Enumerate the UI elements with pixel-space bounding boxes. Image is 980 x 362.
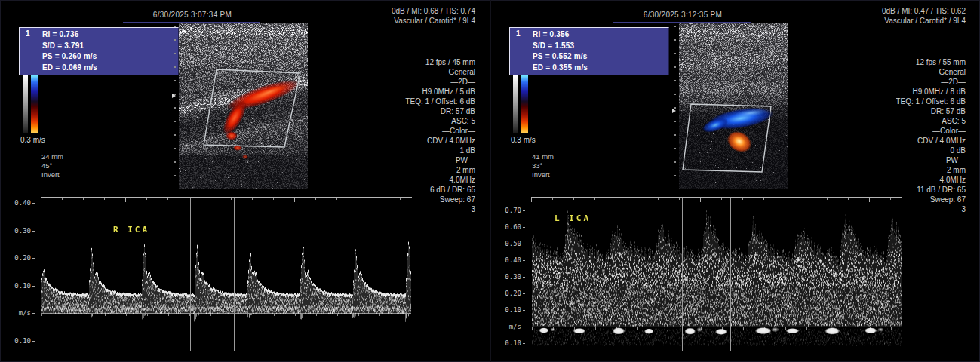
spectral-doppler-trace [41,198,411,354]
measurement-value: S/D = 3.791 [42,41,97,52]
velocity-tick-label: 0.10 [501,305,525,314]
measurement-value: S/D = 1.553 [533,41,588,52]
setting-line: 12 fps / 55 mm [896,57,966,67]
grayscale-bar [23,75,28,133]
measurement-cursor-1[interactable] [682,198,683,351]
probe-geometry-info: 41 mm33°Invert [532,152,554,179]
color-scale-label: 0.3 m/s [511,136,536,144]
grayscale-bar [513,75,518,133]
measurement-result-box: 1 RI = 0.356S/D = 1.553PS = 0.552 m/sED … [509,27,669,75]
measurement-value: ED = 0.355 m/s [533,63,588,74]
imaging-settings-list: 12 fps / 45 mmGeneral—2D—H9.0MHz / 5 dBT… [405,57,475,214]
panel-left-carotid: 6/30/2025 3:12:35 PM 0dB / MI: 0.47 / TI… [490,0,980,362]
setting-line: 2 mm [405,165,475,175]
color-doppler-bar [31,75,38,133]
velocity-tick-label: 0.50 [501,239,525,248]
probe-info-line: 33° [532,161,554,170]
acoustic-line-1: 0dB / MI: 0.47 / TIS: 0.62 [882,6,966,16]
measurement-value: PS = 0.552 m/s [533,51,588,63]
velocity-tick-label: m/s [11,308,35,318]
velocity-tick-label: 0.20 [501,289,525,298]
setting-line: General [405,67,475,77]
measurement-lines: RI = 0.356S/D = 1.553PS = 0.552 m/sED = … [533,29,588,73]
bmode-image-area [179,23,308,189]
setting-line: CDV / 4.0MHz [405,136,475,146]
setting-line: TEQ: 1 / Offset: 6 dB [405,97,475,106]
probe-info-line: 45° [41,161,63,170]
bmode-image-area [679,23,788,189]
velocity-tick-label: 0.20 [11,253,35,262]
setting-line: 6 dB / DR: 65 [405,185,475,195]
setting-line: —PW— [896,155,966,165]
bmode-color-doppler-image [679,23,788,189]
setting-line: H9.0MHz / 8 dB [896,87,966,97]
velocity-tick-label: 0.10 [11,281,35,290]
setting-line: ASC: 5 [896,116,966,126]
measurement-index: 1 [26,29,30,38]
velocity-tick-label: 0.10 [501,339,525,348]
color-scale-label: 0.3 m/s [20,136,45,144]
acoustic-output-info: 0dB / MI: 0.68 / TIS: 0.74 Vascular / Ca… [392,6,475,26]
setting-line: Sweep: 67 [405,195,475,204]
measurement-lines: RI = 0.736S/D = 3.791PS = 0.260 m/sED = … [42,29,97,73]
probe-info-line: 24 mm [41,152,63,161]
setting-line: 0 dB [896,146,966,155]
setting-line: 4.0MHz [405,175,475,185]
depth-scale-marks [174,26,176,187]
velocity-tick-label: 0.60 [501,222,525,232]
acoustic-line-1: 0dB / MI: 0.68 / TIS: 0.74 [392,6,475,16]
velocity-tick-label: 0.10 [11,336,35,345]
vessel-label: R ICA [113,225,149,235]
setting-line: Sweep: 67 [896,195,966,204]
velocity-tick-label: 0.70 [501,206,525,215]
setting-line: DR: 57 dB [405,106,475,116]
setting-line: ASC: 5 [405,116,475,126]
velocity-tick-label: 0.30 [11,226,35,235]
focus-marker-icon [672,109,676,113]
datetime: 6/30/2025 3:12:35 PM [611,11,754,19]
setting-line: —PW— [405,155,475,165]
color-doppler-bar [521,75,528,133]
depth-scale-marks [674,26,676,187]
probe-info-line: 41 mm [532,152,554,161]
setting-line: H9.0MHz / 5 dB [405,87,475,97]
setting-line: —Color— [405,126,475,136]
setting-line: 3 [405,204,475,214]
setting-line: 1 dB [405,146,475,155]
measurement-cursor-1[interactable] [190,198,191,351]
setting-line: General [896,67,966,77]
measurement-result-box: 1 RI = 0.736S/D = 3.791PS = 0.260 m/sED … [19,27,179,75]
setting-line: 2 mm [896,165,966,175]
measurement-value: RI = 0.356 [533,29,588,41]
vessel-label: L ICA [555,213,591,223]
setting-line: 4.0MHz [896,175,966,185]
measurement-value: RI = 0.736 [42,29,97,41]
datetime: 6/30/2025 3:07:34 PM [121,11,264,19]
measurement-value: ED = 0.069 m/s [42,63,97,74]
velocity-tick-label: 0.30 [501,272,525,281]
probe-geometry-info: 24 mm45°Invert [41,152,63,179]
measurement-index: 1 [516,29,521,38]
setting-line: CDV / 4.0MHz [896,136,966,146]
velocity-tick-label: m/s [501,322,525,331]
probe-info-line: Invert [41,170,63,179]
setting-line: —Color— [896,126,966,136]
setting-line: 11 dB / DR: 65 [896,185,966,195]
measurement-cursor-2[interactable] [234,198,235,351]
setting-line: DR: 57 dB [896,106,966,116]
velocity-tick-label: 0.40 [11,198,35,207]
preset-line: Vascular / Carotid* / 9L4 [882,16,966,26]
probe-info-line: Invert [532,170,554,179]
setting-line: 12 fps / 45 mm [405,57,475,67]
measurement-value: PS = 0.260 m/s [42,51,97,63]
panel-right-carotid: 6/30/2025 3:07:34 PM 0dB / MI: 0.68 / TI… [0,0,490,362]
imaging-settings-list: 12 fps / 55 mmGeneral—2D—H9.0MHz / 8 dBT… [896,57,966,214]
measurement-cursor-2[interactable] [730,198,731,351]
setting-line: —2D— [405,77,475,87]
setting-line: 3 [896,204,966,214]
setting-line: TEQ: 1 / Offset: 6 dB [896,97,966,106]
setting-line: —2D— [896,77,966,87]
preset-line: Vascular / Carotid* / 9L4 [392,16,475,26]
acoustic-output-info: 0dB / MI: 0.47 / TIS: 0.62 Vascular / Ca… [882,6,966,26]
panel-divider [490,0,491,362]
